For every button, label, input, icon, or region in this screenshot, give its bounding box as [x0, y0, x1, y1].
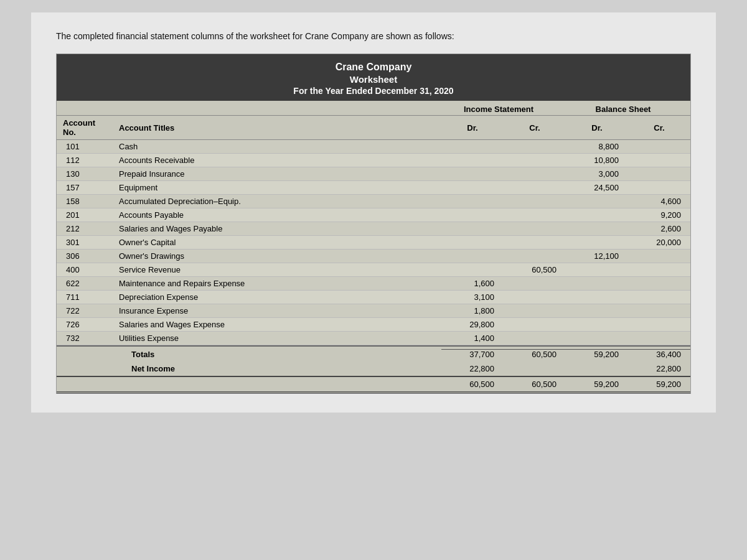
final-row: 60,500 60,500 59,200 59,200 [57, 376, 690, 393]
cell-account-title: Prepaid Insurance [113, 169, 441, 179]
cell-account-no: 301 [57, 238, 113, 247]
cell-bs-dr: 10,800 [566, 156, 628, 165]
final-is-cr: 60,500 [504, 380, 566, 389]
cell-account-title: Salaries and Wages Payable [113, 224, 441, 233]
final-bs-dr: 59,200 [566, 380, 628, 389]
intro-text: The completed financial statement column… [56, 31, 691, 41]
cell-is-cr: 60,500 [504, 265, 566, 274]
cell-bs-cr: 20,000 [628, 238, 690, 247]
table-row: 722 Insurance Expense 1,800 [57, 304, 690, 318]
is-cr-col-header: Cr. [504, 123, 566, 133]
table-row: 130 Prepaid Insurance 3,000 [57, 167, 690, 181]
section-labels-row: Income Statement Balance Sheet AccountNo… [57, 101, 690, 140]
totals-is-dr: 37,700 [441, 349, 504, 359]
cell-bs-dr: 12,100 [566, 251, 628, 261]
net-income-row: Net Income 22,800 22,800 [57, 362, 690, 376]
table-row: 306 Owner's Drawings 12,100 [57, 250, 690, 263]
table-row: 732 Utilities Expense 1,400 [57, 332, 690, 345]
account-titles-col-header: Account Titles [113, 123, 441, 133]
worksheet-box: Crane Company Worksheet For the Year End… [56, 54, 691, 394]
cell-account-title: Utilities Expense [113, 334, 441, 343]
cell-account-title: Owner's Drawings [113, 251, 441, 261]
is-dr-col-header: Dr. [441, 123, 504, 133]
totals-is-cr: 60,500 [504, 349, 566, 359]
cell-account-no: 622 [57, 279, 113, 288]
bs-cr-col-header: Cr. [628, 123, 690, 133]
table-row: 726 Salaries and Wages Expense 29,800 [57, 318, 690, 332]
cell-account-no: 732 [57, 334, 113, 343]
cell-account-no: 201 [57, 210, 113, 220]
data-rows: 101 Cash 8,800 112 Accounts Receivable 1… [57, 140, 690, 345]
cell-account-no: 101 [57, 142, 113, 151]
cell-account-title: Accounts Payable [113, 210, 441, 220]
cell-bs-dr: 3,000 [566, 169, 628, 179]
cell-account-no: 400 [57, 265, 113, 274]
cell-bs-dr: 24,500 [566, 183, 628, 192]
table-row: 622 Maintenance and Repairs Expense 1,60… [57, 277, 690, 291]
account-no-col-header: AccountNo. [57, 118, 113, 137]
table-row: 157 Equipment 24,500 [57, 181, 690, 195]
worksheet-header: Crane Company Worksheet For the Year End… [57, 54, 690, 101]
cell-is-dr: 1,600 [441, 279, 504, 288]
final-bs-cr: 59,200 [628, 380, 690, 389]
cell-is-dr: 29,800 [441, 320, 504, 329]
cell-bs-dr: 8,800 [566, 142, 628, 151]
final-is-dr: 60,500 [441, 380, 504, 389]
totals-bs-dr: 59,200 [566, 349, 628, 359]
cell-is-dr: 1,400 [441, 334, 504, 343]
table-row: 301 Owner's Capital 20,000 [57, 236, 690, 250]
income-statement-label: Income Statement [436, 105, 561, 114]
totals-label: Totals [113, 350, 441, 359]
cell-account-title: Insurance Expense [113, 306, 441, 315]
page-container: The completed financial statement column… [31, 12, 716, 413]
cell-account-no: 306 [57, 251, 113, 261]
worksheet-title: Worksheet [63, 74, 684, 85]
table-row: 158 Accumulated Depreciation–Equip. 4,60… [57, 195, 690, 208]
cell-account-title: Depreciation Expense [113, 292, 441, 302]
cell-account-no: 722 [57, 306, 113, 315]
cell-account-title: Cash [113, 142, 441, 151]
cell-account-title: Accounts Receivable [113, 156, 441, 165]
table-row: 101 Cash 8,800 [57, 140, 690, 154]
cell-account-no: 711 [57, 292, 113, 302]
net-income-bs-cr: 22,800 [628, 364, 690, 373]
period: For the Year Ended December 31, 2020 [63, 86, 684, 96]
totals-row: Totals 37,700 60,500 59,200 36,400 [57, 345, 690, 362]
net-income-is-dr: 22,800 [441, 364, 504, 373]
cell-account-no: 212 [57, 224, 113, 233]
cell-account-title: Service Revenue [113, 265, 441, 274]
cell-account-no: 726 [57, 320, 113, 329]
balance-sheet-label: Balance Sheet [561, 105, 685, 114]
table-row: 711 Depreciation Expense 3,100 [57, 291, 690, 304]
cell-account-no: 130 [57, 169, 113, 179]
table-row: 212 Salaries and Wages Payable 2,600 [57, 222, 690, 236]
cell-account-no: 158 [57, 197, 113, 206]
cell-bs-cr: 4,600 [628, 197, 690, 206]
cell-account-no: 157 [57, 183, 113, 192]
cell-is-dr: 1,800 [441, 306, 504, 315]
col-sub-headers: AccountNo. Account Titles Dr. Cr. Dr. Cr… [57, 116, 690, 139]
section-labels: Income Statement Balance Sheet [57, 101, 690, 116]
totals-bs-cr: 36,400 [628, 349, 690, 359]
cell-account-title: Owner's Capital [113, 238, 441, 247]
cell-bs-cr: 2,600 [628, 224, 690, 233]
cell-account-title: Accumulated Depreciation–Equip. [113, 197, 441, 206]
table-row: 201 Accounts Payable 9,200 [57, 208, 690, 222]
cell-account-title: Equipment [113, 183, 441, 192]
cell-account-title: Salaries and Wages Expense [113, 320, 441, 329]
cell-account-title: Maintenance and Repairs Expense [113, 279, 441, 288]
table-row: 112 Accounts Receivable 10,800 [57, 154, 690, 167]
cell-bs-cr: 9,200 [628, 210, 690, 220]
bs-dr-col-header: Dr. [566, 123, 628, 133]
cell-is-dr: 3,100 [441, 292, 504, 302]
cell-account-no: 112 [57, 156, 113, 165]
net-income-label: Net Income [113, 364, 441, 373]
table-row: 400 Service Revenue 60,500 [57, 263, 690, 277]
company-name: Crane Company [63, 62, 684, 73]
